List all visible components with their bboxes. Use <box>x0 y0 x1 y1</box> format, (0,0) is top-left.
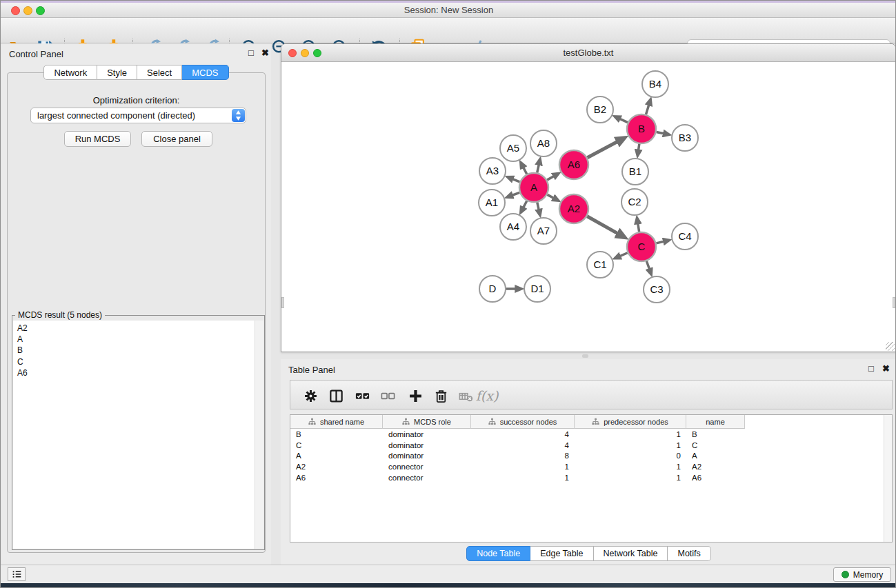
cell-predecessor-nodes[interactable]: 1 <box>575 463 686 471</box>
edge-B-B1[interactable] <box>638 144 639 154</box>
close-panel-button[interactable]: Close panel <box>141 131 212 147</box>
mcds-result-item[interactable]: C <box>17 356 263 367</box>
table-row[interactable]: Bdominator41B <box>290 429 892 440</box>
cell-predecessor-nodes[interactable]: 1 <box>575 441 686 449</box>
tab-style[interactable]: Style <box>97 65 137 80</box>
edge-C-C2[interactable] <box>637 219 639 232</box>
mcds-result-item[interactable]: B <box>17 345 263 356</box>
cell-name[interactable]: B <box>686 430 745 438</box>
delete-column-button[interactable] <box>432 387 450 405</box>
tab-motifs[interactable]: Motifs <box>668 546 710 561</box>
edge-B-B2[interactable] <box>616 117 628 123</box>
edge-A-A8[interactable] <box>537 160 540 172</box>
network-graph[interactable]: B4B2BB3A5A8A6B1A3AC2A1A2A4A7C4CC1C3DD1 <box>281 62 895 352</box>
add-column-button[interactable] <box>406 387 424 405</box>
cell-MCDS-role[interactable]: dominator <box>383 430 471 438</box>
cell-shared-name[interactable]: A6 <box>290 474 383 482</box>
edge-A-A7[interactable] <box>537 202 540 214</box>
node-A[interactable]: A <box>519 173 548 202</box>
node-A8[interactable]: A8 <box>530 130 557 156</box>
edge-A-A4[interactable] <box>521 201 527 211</box>
node-B4[interactable]: B4 <box>642 71 668 97</box>
node-A5[interactable]: A5 <box>500 135 526 161</box>
node-B2[interactable]: B2 <box>587 97 613 123</box>
table-row[interactable]: A2connector11A2 <box>290 461 892 472</box>
tab-select[interactable]: Select <box>137 65 182 80</box>
cell-successor-nodes[interactable]: 1 <box>471 474 575 482</box>
node-A4[interactable]: A4 <box>500 214 526 240</box>
network-canvas[interactable]: B4B2BB3A5A8A6B1A3AC2A1A2A4A7C4CC1C3DD1 <box>281 62 895 352</box>
edge-A-A6[interactable] <box>547 174 557 180</box>
node-A7[interactable]: A7 <box>530 218 557 244</box>
mcds-result-item[interactable]: A2 <box>17 323 263 334</box>
edge-A-A3[interactable] <box>508 177 519 182</box>
column-header-predecessor-nodes[interactable]: predecessor nodes <box>575 415 686 429</box>
column-header-MCDS-role[interactable]: MCDS role <box>383 415 471 429</box>
tab-mcds[interactable]: MCDS <box>182 65 228 80</box>
node-B3[interactable]: B3 <box>672 125 698 151</box>
edge-A-A1[interactable] <box>508 192 520 196</box>
window-resize-grip[interactable] <box>886 342 895 351</box>
table-row[interactable]: A6connector11A6 <box>290 472 892 483</box>
node-C4[interactable]: C4 <box>672 223 698 250</box>
edge-A-A5[interactable] <box>521 163 527 174</box>
criterion-dropdown[interactable]: largest connected component (directed) <box>30 108 246 123</box>
cell-MCDS-role[interactable]: connector <box>383 474 471 482</box>
cell-name[interactable]: C <box>686 441 745 449</box>
cell-MCDS-role[interactable]: connector <box>383 463 471 471</box>
cell-shared-name[interactable]: A2 <box>290 463 383 471</box>
split-columns-button[interactable] <box>327 387 345 405</box>
float-panel-icon[interactable]: □ <box>248 48 254 57</box>
node-B[interactable]: B <box>627 114 656 143</box>
mcds-result-item[interactable]: A6 <box>17 367 263 378</box>
table-row[interactable]: Adominator80A <box>290 450 892 461</box>
cell-predecessor-nodes[interactable]: 1 <box>575 430 686 438</box>
cell-name[interactable]: A2 <box>686 463 745 471</box>
window-edge-grip[interactable] <box>893 297 895 308</box>
edge-B-B4[interactable] <box>646 101 650 114</box>
column-header-name[interactable]: name <box>686 415 745 429</box>
close-table-panel-icon[interactable]: ✖ <box>882 364 890 373</box>
cell-shared-name[interactable]: A <box>290 452 383 460</box>
node-D[interactable]: D <box>479 276 506 302</box>
table-scrollbar[interactable] <box>884 415 892 542</box>
edge-A2-C[interactable] <box>587 216 624 237</box>
result-list-scrollbar[interactable] <box>255 321 263 549</box>
cell-successor-nodes[interactable]: 8 <box>471 452 575 460</box>
mcds-result-list[interactable]: A2ABCA6 <box>13 321 263 549</box>
cell-successor-nodes[interactable]: 1 <box>471 463 575 471</box>
edge-C-C3[interactable] <box>646 261 650 274</box>
edge-A6-B[interactable] <box>587 139 623 158</box>
cell-successor-nodes[interactable]: 4 <box>471 430 575 438</box>
tab-network-table[interactable]: Network Table <box>594 546 668 561</box>
column-header-successor-nodes[interactable]: successor nodes <box>471 415 575 429</box>
edge-B-B3[interactable] <box>657 132 668 134</box>
cell-name[interactable]: A6 <box>686 474 745 482</box>
unselect-all-columns-button[interactable] <box>379 387 397 405</box>
run-mcds-button[interactable]: Run MCDS <box>64 131 131 147</box>
splitter-handle[interactable] <box>582 354 588 358</box>
cell-MCDS-role[interactable]: dominator <box>383 452 471 460</box>
node-C[interactable]: C <box>627 232 656 261</box>
node-A1[interactable]: A1 <box>479 190 505 216</box>
node-B1[interactable]: B1 <box>622 159 648 185</box>
settings-gear-button[interactable] <box>301 387 319 405</box>
node-A2[interactable]: A2 <box>559 194 588 223</box>
cell-shared-name[interactable]: B <box>290 430 383 438</box>
cell-name[interactable]: A <box>686 452 745 460</box>
node-C1[interactable]: C1 <box>587 252 613 278</box>
tab-node-table[interactable]: Node Table <box>466 546 530 561</box>
node-C3[interactable]: C3 <box>644 276 670 303</box>
cell-predecessor-nodes[interactable]: 0 <box>575 452 686 460</box>
cell-MCDS-role[interactable]: dominator <box>383 441 471 449</box>
edge-A-A2[interactable] <box>547 194 557 200</box>
tab-edge-table[interactable]: Edge Table <box>530 546 593 561</box>
window-edge-grip[interactable] <box>281 297 284 308</box>
cell-successor-nodes[interactable]: 4 <box>471 441 575 449</box>
node-A3[interactable]: A3 <box>479 158 506 184</box>
network-window-titlebar[interactable]: testGlobe.txt <box>281 44 895 62</box>
memory-button[interactable]: Memory <box>833 567 891 582</box>
edge-C-C1[interactable] <box>616 253 628 258</box>
show-panels-list-button[interactable] <box>8 567 26 581</box>
table-row[interactable]: Cdominator41C <box>290 440 892 451</box>
